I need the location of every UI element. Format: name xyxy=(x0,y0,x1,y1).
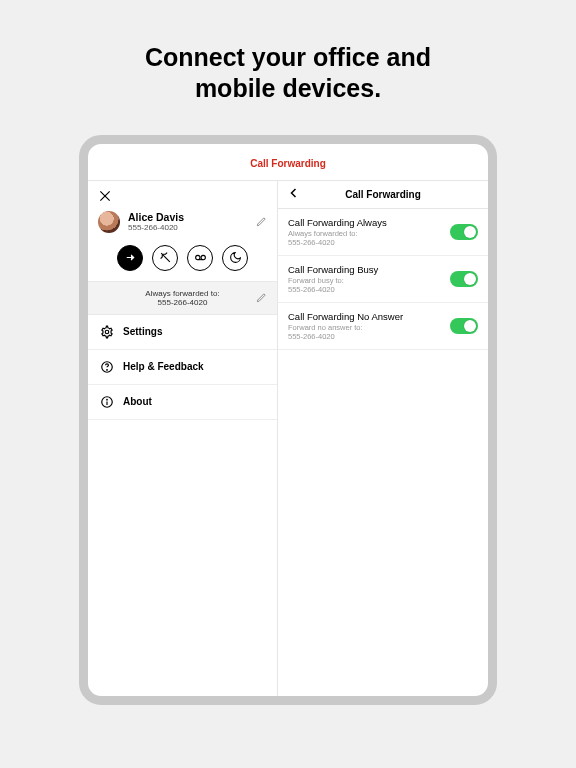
setting-busy-title: Call Forwarding Busy xyxy=(288,264,442,275)
app-header-title: Call Forwarding xyxy=(250,158,326,169)
forward-summary[interactable]: Always forwarded to: 555-266-4020 xyxy=(88,281,277,315)
setting-noanswer-sub1: Forward no answer to: xyxy=(288,323,363,332)
setting-always[interactable]: Call Forwarding Always Always forwarded … xyxy=(278,209,488,256)
profile-number: 555-266-4020 xyxy=(128,223,248,232)
detail-title: Call Forwarding xyxy=(288,189,478,200)
menu-settings[interactable]: Settings xyxy=(88,315,277,350)
voicemail-icon[interactable] xyxy=(187,245,213,271)
setting-always-sub1: Always forwarded to: xyxy=(288,229,358,238)
menu-settings-label: Settings xyxy=(123,326,162,337)
info-icon xyxy=(100,395,114,409)
svg-point-2 xyxy=(195,255,199,259)
do-not-disturb-icon[interactable] xyxy=(222,245,248,271)
menu-help-label: Help & Feedback xyxy=(123,361,204,372)
menu-about-label: About xyxy=(123,396,152,407)
sidebar: Alice Davis 555-266-4020 xyxy=(88,181,278,696)
setting-always-sub2: 555-266-4020 xyxy=(288,238,335,247)
setting-noanswer[interactable]: Call Forwarding No Answer Forward no ans… xyxy=(278,303,488,350)
help-icon xyxy=(100,360,114,374)
gear-icon xyxy=(100,325,114,339)
toggle-busy[interactable] xyxy=(450,271,478,287)
app-header: Call Forwarding xyxy=(88,144,488,181)
profile-name: Alice Davis xyxy=(128,211,248,223)
setting-always-title: Call Forwarding Always xyxy=(288,217,442,228)
svg-point-7 xyxy=(107,369,108,370)
setting-busy[interactable]: Call Forwarding Busy Forward busy to: 55… xyxy=(278,256,488,303)
svg-point-5 xyxy=(105,330,109,334)
tablet-frame: Call Forwarding Alice Davis 555-266-4020 xyxy=(79,135,497,705)
hero-line1: Connect your office and xyxy=(145,43,431,71)
forward-summary-label: Always forwarded to: xyxy=(109,289,256,298)
setting-noanswer-sub2: 555-266-4020 xyxy=(288,332,335,341)
hero-headline: Connect your office and mobile devices. xyxy=(0,0,576,135)
back-icon[interactable] xyxy=(288,185,300,203)
close-icon[interactable] xyxy=(98,189,112,203)
mute-call-icon[interactable] xyxy=(152,245,178,271)
edit-forward-icon[interactable] xyxy=(256,289,267,307)
menu-help[interactable]: Help & Feedback xyxy=(88,350,277,385)
detail-pane: Call Forwarding Call Forwarding Always A… xyxy=(278,181,488,696)
setting-busy-sub2: 555-266-4020 xyxy=(288,285,335,294)
toggle-noanswer[interactable] xyxy=(450,318,478,334)
toggle-always[interactable] xyxy=(450,224,478,240)
svg-point-3 xyxy=(201,255,205,259)
hero-line2: mobile devices. xyxy=(195,74,381,102)
detail-header: Call Forwarding xyxy=(278,181,488,209)
setting-busy-sub1: Forward busy to: xyxy=(288,276,344,285)
avatar xyxy=(98,211,120,233)
menu-about[interactable]: About xyxy=(88,385,277,420)
profile-row[interactable]: Alice Davis 555-266-4020 xyxy=(88,207,277,241)
forward-icon[interactable] xyxy=(117,245,143,271)
svg-point-10 xyxy=(107,399,108,400)
setting-noanswer-title: Call Forwarding No Answer xyxy=(288,311,442,322)
edit-profile-icon[interactable] xyxy=(256,213,267,231)
forward-summary-number: 555-266-4020 xyxy=(109,298,256,307)
action-row xyxy=(88,241,277,281)
